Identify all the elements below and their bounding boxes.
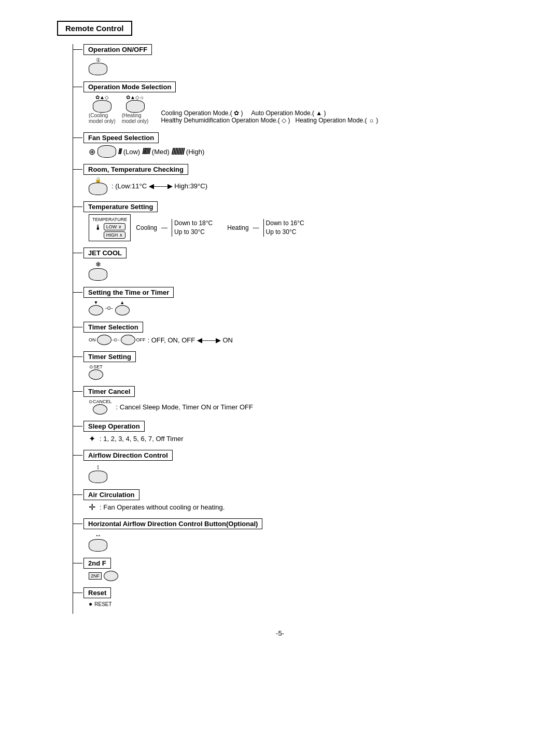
time-up-button[interactable]: [115, 305, 130, 315]
section-header-sleep: Sleep Operation: [83, 421, 145, 432]
timer-sel-label: : OFF, ON, OFF ◀——▶ ON: [148, 336, 233, 344]
fan-high-icon: ////////: [172, 146, 184, 157]
temp-high-btn[interactable]: HIGH ∧: [104, 231, 125, 239]
section-header-airflow: Airflow Direction Control: [83, 450, 173, 461]
jet-cool-icon: ❄: [95, 260, 101, 268]
airflow-icon: ↕: [96, 463, 100, 471]
fan-high-label: (High): [186, 148, 204, 156]
on-off-button[interactable]: [89, 63, 107, 75]
reset-label: RESET: [94, 601, 111, 607]
section-header-mode: Operation Mode Selection: [83, 81, 176, 92]
section-jet-cool: JET COOL ❄: [73, 247, 503, 285]
section-header-reset: Reset: [83, 587, 111, 598]
section-header-horizontal: Horizontal Airflow Direction Control But…: [83, 518, 262, 529]
section-reset: Reset ● RESET: [73, 587, 503, 612]
section-fan-speed: Fan Speed Selection ⊕ /// (Low) ////// (…: [73, 132, 503, 162]
fan-icon: ⊕: [89, 147, 95, 157]
2nd-f-button[interactable]: [104, 571, 118, 581]
section-temp-setting: Temperature Setting TEMPERATURE 🌡 LOW ∨ …: [73, 201, 503, 245]
2nd-f-label: 2NF: [89, 572, 102, 580]
section-timer-cancel: Timer Cancel ⊙CANCEL : Cancel Sleep Mode…: [73, 386, 503, 419]
section-operation-mode: Operation Mode Selection ✿▲◇ (Coolingmod…: [73, 81, 503, 130]
section-setting-time: Setting the Time or Timer ▼ -⊙- ▲: [73, 287, 503, 320]
horizontal-airflow-button[interactable]: [89, 539, 107, 552]
section-airflow: Airflow Direction Control ↕: [73, 450, 503, 487]
section-header-setting-time: Setting the Time or Timer: [83, 287, 174, 298]
time-down-button[interactable]: [89, 305, 103, 315]
airflow-button[interactable]: [89, 471, 107, 483]
section-operation-on-off: Operation ON/OFF ①: [73, 44, 503, 79]
room-temp-button[interactable]: [89, 183, 107, 195]
section-header-2nd-f: 2nd F: [83, 558, 111, 569]
section-timer-setting: Timer Setting ⊙SET: [73, 351, 503, 384]
jet-cool-button[interactable]: [89, 268, 107, 281]
timer-sel-button1[interactable]: [97, 335, 111, 345]
section-header-room-temp: Room, Temperature Checking: [83, 164, 188, 175]
heating-label: Heating: [227, 224, 248, 231]
section-timer-selection: Timer Selection ON -⊙- OFF : OFF, ON, OF…: [73, 322, 503, 349]
sleep-label: : 1, 2, 3, 4, 5, 6, 7, Off Timer: [100, 435, 184, 443]
timer-cancel-button[interactable]: [93, 404, 107, 415]
section-sleep-op: Sleep Operation ✦ : 1, 2, 3, 4, 5, 6, 7,…: [73, 421, 503, 448]
reset-dot: ●: [89, 600, 92, 608]
page-title: Remote Control: [57, 21, 132, 36]
mode-button-heating[interactable]: [126, 100, 145, 113]
fan-low-label: (Low): [123, 148, 141, 156]
heating-range: Down to 16°C Up to 30°C: [263, 219, 304, 237]
fan-low-icon: ///: [118, 147, 121, 156]
section-header-air-circ: Air Circulation: [83, 489, 139, 500]
mode-label-cooling: Cooling Operation Mode.( ✿ ) Auto Operat…: [161, 109, 378, 117]
mode-button-cooling[interactable]: [93, 100, 111, 113]
section-air-circ: Air Circulation ✛ : Fan Operates without…: [73, 489, 503, 516]
section-room-temp: Room, Temperature Checking 🔒 : (Low:11°C…: [73, 164, 503, 199]
section-header-temp: Temperature Setting: [83, 201, 158, 212]
thermometer-icon: 🌡: [94, 223, 102, 239]
fan-med-label: (Med): [152, 148, 170, 156]
fan-button[interactable]: [97, 145, 116, 158]
room-temp-range: : (Low:11°C ◀——▶ High:39°C): [111, 182, 207, 190]
air-circ-icon: ✛: [89, 502, 95, 512]
section-horizontal-airflow: Horizontal Airflow Direction Control But…: [73, 518, 503, 556]
section-header-jet-cool: JET COOL: [83, 247, 127, 258]
fan-med-icon: //////: [142, 147, 150, 156]
air-circ-label: : Fan Operates without cooling or heatin…: [100, 503, 225, 511]
temp-low-btn[interactable]: LOW ∨: [104, 223, 125, 230]
mode-label-dehum: Healthy Dehumidification Operation Mode.…: [161, 117, 378, 124]
on-off-content: ①: [89, 57, 152, 75]
timer-cancel-label: : Cancel Sleep Mode, Timer ON or Timer O…: [116, 403, 253, 411]
page-number: -5-: [57, 629, 503, 637]
section-header-on-off: Operation ON/OFF: [83, 44, 152, 55]
timer-set-button[interactable]: [89, 369, 103, 380]
section-2nd-f: 2nd F 2NF: [73, 558, 503, 585]
section-header-timer-set: Timer Setting: [83, 351, 136, 362]
timer-sel-button2[interactable]: [121, 335, 135, 345]
section-header-timer-cancel: Timer Cancel: [83, 386, 135, 397]
cooling-range: Down to 18°C Up to 30°C: [172, 219, 213, 237]
horizontal-airflow-icon: ↔: [95, 531, 102, 539]
cooling-label: Cooling: [136, 224, 157, 231]
section-header-timer-sel: Timer Selection: [83, 322, 143, 333]
sleep-icon: ✦: [89, 434, 95, 444]
section-header-fan: Fan Speed Selection: [83, 132, 159, 143]
